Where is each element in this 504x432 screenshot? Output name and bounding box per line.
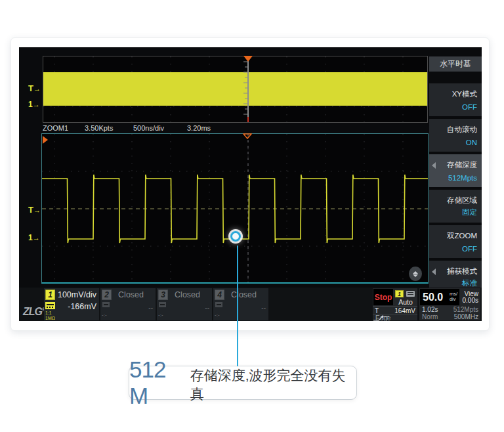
callout-text: 存储深度,波形完全没有失真 — [190, 362, 356, 403]
zoom-offset: 3.20ms — [187, 124, 211, 132]
left-edge-marker-icon — [43, 136, 48, 144]
bandwidth: 500MHz — [454, 313, 478, 320]
coupling-icon — [102, 302, 110, 307]
channel1-ground-marker: 1→ — [28, 100, 40, 109]
channel3-offset: -- — [205, 304, 209, 311]
channel2-block[interactable]: 2 Closed -- -:- — [100, 288, 156, 320]
channel1-probe: 1:11MΩ — [45, 311, 55, 321]
callout-highlight-dot — [230, 231, 241, 242]
zoom-region-ruler — [247, 56, 249, 122]
channel3-badge: 3 — [158, 290, 168, 300]
channel4-offset: -- — [261, 304, 266, 311]
view-box: View 0.00s — [460, 288, 480, 305]
run-state-box: Stop — [373, 289, 393, 305]
trigger-coupling-icon — [406, 291, 415, 297]
menu-item-memory-depth[interactable]: 存储深度 512Mpts — [429, 154, 482, 187]
menu-item-dual-zoom[interactable]: 双ZOOM OFF — [429, 225, 482, 258]
page: T→ 1→ ZOOM1 3.50Kpts 500ns/div 3.20ms — [0, 0, 504, 432]
zoom-info-bar: ZOOM1 3.50Kpts 500ns/div 3.20ms — [43, 124, 428, 133]
channel1-ground-marker: 1→ — [28, 233, 40, 242]
menu-title: 水平时基 — [429, 56, 482, 72]
memory-depth: 512Mpts — [453, 306, 478, 313]
channel1-badge: 1 — [45, 290, 55, 300]
chevron-down-icon — [413, 274, 418, 277]
ruler-ticks — [243, 56, 249, 122]
ruler-red-tip — [247, 117, 249, 122]
channel3-probe: -:- — [158, 313, 163, 318]
zoom-label: ZOOM1 — [43, 124, 68, 132]
overview-panel — [43, 56, 428, 123]
menu-item-auto-scroll[interactable]: 自动滚动 ON — [429, 119, 482, 152]
callout-highlight: 512 M — [129, 356, 189, 409]
chevron-left-icon — [432, 269, 436, 275]
timebase-scale-box: 50.0 ms/div — [420, 289, 459, 305]
trigger-block[interactable]: Stop 1 Auto T 164mV Edge — [373, 288, 417, 320]
trigger-type-row: Edge — [373, 314, 417, 321]
channel1-scale: 100mV/div — [58, 290, 96, 299]
dc-coupling-icon — [45, 302, 55, 309]
vertical-scroll-button[interactable] — [409, 267, 422, 281]
rising-edge-icon — [373, 315, 390, 321]
zoom-trigger-position-icon — [243, 133, 252, 139]
timebase-scale: 50.0 — [423, 292, 443, 303]
view-value: 0.00s — [463, 297, 478, 304]
acquire-mode: Norm — [422, 313, 438, 320]
menu-item-xy-mode[interactable]: XY模式 OFF — [429, 83, 482, 116]
coupling-icon — [159, 302, 166, 307]
channel2-probe: -:- — [102, 313, 107, 318]
trigger-level-marker: T→ — [28, 83, 41, 93]
timebase-block[interactable]: 50.0 ms/div View 0.00s 1.02s 512Mpts — [419, 288, 480, 320]
callout-box: 512 M 存储深度,波形完全没有失真 — [129, 366, 357, 400]
channel4-block[interactable]: 4 Closed -- -:- — [213, 288, 268, 320]
callout-line — [237, 246, 238, 366]
zoom-panel — [41, 133, 429, 284]
trigger-source-badge: 1 — [395, 290, 404, 297]
mode-row: Norm 500MHz — [419, 313, 480, 321]
zoom-timebase: 500ns/div — [133, 124, 164, 132]
compressed-waveform — [43, 72, 427, 106]
channel4-status: Closed — [231, 290, 257, 299]
coupling-icon — [215, 302, 222, 307]
square-waveform — [42, 134, 428, 282]
trigger-level-marker: T→ — [28, 205, 41, 215]
trigger-position-icon — [243, 56, 253, 62]
channel2-offset: -- — [148, 304, 153, 311]
menu-item-storage-region[interactable]: 存储区域 固定 — [429, 190, 482, 223]
channel2-badge: 2 — [102, 290, 112, 300]
record-time: 1.02s — [422, 306, 438, 313]
status-bar: ZLG® 1 100mV/div -166mV 1:11MΩ 2 Closed … — [19, 288, 482, 321]
channel3-block[interactable]: 3 Closed -- -:- — [157, 288, 212, 320]
screenshot-card: T→ 1→ ZOOM1 3.50Kpts 500ns/div 3.20ms — [10, 37, 490, 331]
chevron-up-icon — [413, 271, 418, 274]
side-menu: 水平时基 XY模式 OFF 自动滚动 ON 存储深度 512Mpts — [429, 56, 482, 321]
brand-logo: ZLG® — [23, 306, 45, 318]
channel1-offset: -166mV — [68, 302, 96, 311]
channel2-status: Closed — [118, 290, 144, 299]
trigger-level-row: T 164mV — [373, 306, 417, 314]
channel3-status: Closed — [175, 290, 200, 299]
zoom-points: 3.50Kpts — [85, 124, 113, 132]
oscilloscope-screen: T→ 1→ ZOOM1 3.50Kpts 500ns/div 3.20ms — [19, 47, 482, 321]
chevron-left-icon — [432, 162, 436, 169]
channel4-badge: 4 — [215, 290, 224, 300]
channel1-block[interactable]: 1 100mV/div -166mV 1:11MΩ — [44, 288, 99, 320]
run-state: Stop — [375, 293, 392, 302]
channel4-probe: -:- — [215, 313, 220, 318]
timebase-unit: ms/div — [450, 292, 457, 302]
trigger-sweep-mode: Auto — [394, 298, 417, 306]
